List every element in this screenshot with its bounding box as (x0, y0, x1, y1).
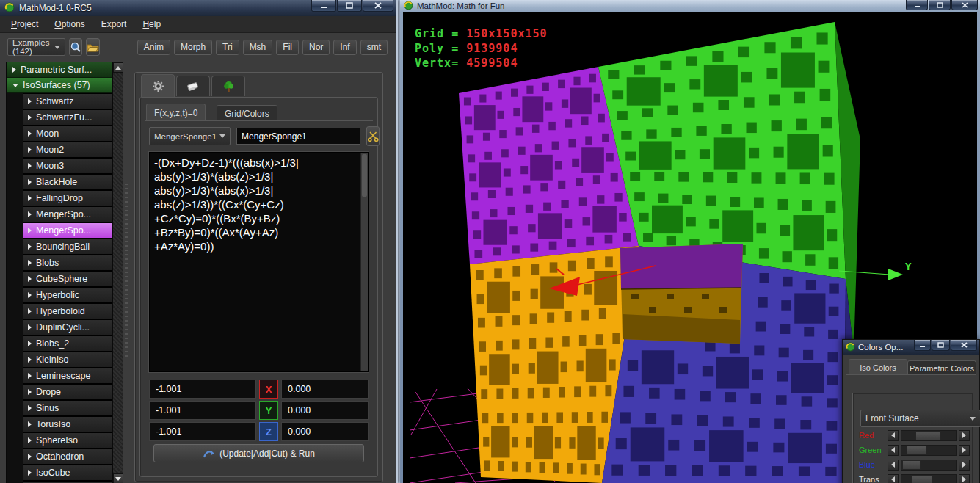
cut-button[interactable] (366, 126, 380, 146)
tree-item-kleiniso-18[interactable]: KleinIso (23, 352, 115, 368)
expand-arrow-icon[interactable] (28, 470, 32, 476)
tree-item-octahedron-24[interactable]: Octahedron (23, 448, 115, 465)
tab-grid-colors[interactable]: Grid/Colors (217, 105, 277, 121)
surface-select-dropdown[interactable]: Front Surface (860, 410, 980, 427)
menu-options[interactable]: Options (46, 17, 92, 32)
formula-text[interactable]: -(Dx+Dy+Dz-1)*(((abs(x)>1/3| abs(y)>1/3)… (154, 156, 357, 368)
formula-editor[interactable]: -(Dx+Dy+Dz-1)*(((abs(x)>1/3| abs(y)>1/3)… (149, 152, 369, 372)
expand-arrow-icon[interactable] (28, 373, 32, 379)
tree-group-parametric-surf[interactable]: Parametric Surf... (7, 62, 123, 78)
axis-badge-y[interactable]: Y (259, 401, 278, 420)
tree-item-moon3-6[interactable]: Moon3 (23, 158, 115, 174)
minimize-button[interactable] (906, 0, 928, 10)
toolbar-button-tri[interactable]: Tri (216, 40, 239, 55)
expand-arrow-icon[interactable] (12, 84, 18, 87)
axis-max-field-y[interactable]: 0.000 (281, 401, 369, 420)
axis-min-field-y[interactable]: -1.001 (149, 401, 256, 420)
axis-max-field-x[interactable]: 0.000 (281, 380, 369, 399)
expand-arrow-icon[interactable] (28, 260, 32, 266)
slider-left-arrow[interactable] (888, 474, 899, 483)
formula-scrollbar[interactable] (360, 153, 368, 371)
toolbar-button-anim[interactable]: Anim (137, 40, 170, 55)
expand-arrow-icon[interactable] (28, 389, 32, 395)
toolbar-button-morph[interactable]: Morph (174, 40, 212, 55)
tree-item-drope-20[interactable]: Drope (23, 384, 115, 400)
slider-handle-trans[interactable] (911, 475, 932, 483)
toolbar-button-nor[interactable]: Nor (302, 40, 330, 55)
expand-arrow-icon[interactable] (28, 454, 32, 460)
slider-left-arrow[interactable] (888, 445, 899, 456)
tree-item-fallingdrop-8[interactable]: FallingDrop (23, 190, 115, 206)
tree-item-mengerspo-9[interactable]: MengerSpo... (23, 206, 115, 222)
slider-left-arrow[interactable] (888, 430, 899, 441)
axis-badge-x[interactable]: X (259, 380, 278, 399)
tree-group-isosurfaces-57[interactable]: IsoSurfaces (57) (7, 78, 123, 93)
expand-arrow-icon[interactable] (28, 437, 32, 443)
expand-arrow-icon[interactable] (28, 341, 32, 346)
expand-arrow-icon[interactable] (28, 147, 32, 153)
tree-item-hyperbolic-14[interactable]: Hyperbolic (23, 287, 115, 303)
tree-item-sphereiso-23[interactable]: SphereIso (23, 432, 115, 448)
maximize-button[interactable] (929, 0, 951, 10)
slider-left-arrow[interactable] (888, 460, 899, 471)
expand-arrow-icon[interactable] (28, 131, 32, 137)
tree-item-torusiso-22[interactable]: TorusIso (23, 416, 115, 432)
model-name-input[interactable] (236, 128, 360, 145)
tree-scrollbar[interactable] (112, 62, 123, 483)
expand-arrow-icon[interactable] (28, 228, 32, 233)
left-window-titlebar[interactable]: MathMod-1.0-RC5 (0, 0, 396, 16)
toolbar-button-smt[interactable]: smt (360, 40, 388, 55)
slider-track-blue[interactable] (901, 460, 957, 471)
maximize-button[interactable] (337, 0, 362, 12)
scroll-down-button[interactable] (113, 473, 123, 483)
slider-handle-red[interactable] (915, 431, 941, 440)
menu-project[interactable]: Project (3, 17, 46, 32)
expand-arrow-icon[interactable] (28, 357, 32, 363)
slider-handle-blue[interactable] (902, 460, 920, 470)
tree-item-bouncingball-11[interactable]: BouncingBall (23, 239, 115, 255)
tree-item-moon2-5[interactable]: Moon2 (23, 142, 115, 158)
slider-right-arrow[interactable] (959, 460, 970, 471)
menu-export[interactable]: Export (93, 17, 135, 32)
tab-notes-eraser[interactable] (176, 76, 210, 96)
expand-arrow-icon[interactable] (28, 292, 32, 298)
slider-right-arrow[interactable] (959, 430, 970, 441)
minimize-button[interactable] (914, 340, 931, 351)
expand-arrow-icon[interactable] (12, 67, 16, 73)
tree-item-mengerspo-10[interactable]: MengerSpo... (23, 222, 115, 239)
expand-arrow-icon[interactable] (28, 163, 32, 169)
examples-dropdown[interactable]: Examples (142) (7, 38, 65, 56)
expand-arrow-icon[interactable] (28, 421, 32, 427)
search-button[interactable] (69, 38, 82, 56)
expand-arrow-icon[interactable] (28, 405, 32, 411)
axis-max-field-z[interactable]: 0.000 (281, 422, 369, 441)
expand-arrow-icon[interactable] (28, 98, 32, 104)
expand-arrow-icon[interactable] (28, 244, 32, 250)
menu-help[interactable]: Help (134, 17, 169, 32)
tab-tree-view[interactable] (211, 76, 245, 96)
toolbar-button-msh[interactable]: Msh (243, 40, 273, 55)
tree-item-leminescape-19[interactable]: Leminescape (23, 368, 115, 384)
tree-item-cubesphere-13[interactable]: CubeSphere (23, 271, 115, 287)
slider-track-trans[interactable] (901, 474, 957, 483)
axis-min-field-z[interactable]: -1.001 (149, 422, 256, 441)
tree-item-blobs-12[interactable]: Blobs (23, 255, 115, 271)
expand-arrow-icon[interactable] (28, 115, 32, 120)
tree-item-blackhole-7[interactable]: BlackHole (23, 174, 115, 190)
expand-arrow-icon[interactable] (28, 195, 32, 201)
dialog-titlebar[interactable]: Colors Op... (843, 340, 979, 355)
render-window-titlebar[interactable]: MathMod: Math for Fun (400, 0, 980, 12)
tree-item-duplincycli-16[interactable]: DuplinCycli... (23, 319, 115, 335)
slider-handle-green[interactable] (907, 446, 926, 455)
expand-arrow-icon[interactable] (28, 308, 32, 314)
run-button[interactable]: (Update|Add|Cut) & Run (153, 444, 364, 462)
slider-right-arrow[interactable] (959, 445, 970, 456)
slider-track-green[interactable] (901, 445, 957, 456)
tree-item-sinus-21[interactable]: Sinus (23, 400, 115, 416)
tab-settings-gear[interactable] (141, 74, 175, 97)
slider-track-red[interactable] (901, 430, 957, 441)
toolbar-button-fil[interactable]: Fil (276, 40, 299, 55)
tree-item-schwartzfu-3[interactable]: SchwartzFu... (23, 109, 115, 126)
model-select-dropdown[interactable]: MengerSponge1 (149, 127, 231, 145)
maximize-button[interactable] (932, 340, 950, 351)
